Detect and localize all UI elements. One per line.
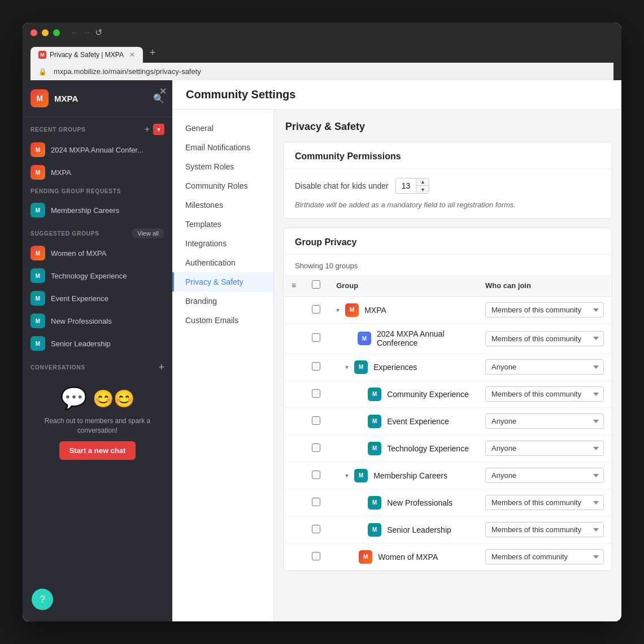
minimize-window-button[interactable] <box>42 29 49 36</box>
view-all-button[interactable]: View all <box>132 228 164 238</box>
settings-nav-item-authentication[interactable]: Authentication <box>172 253 273 272</box>
table-row: ▾MExperiencesMembers of this communityAn… <box>284 354 612 381</box>
privacy-safety-heading: Privacy & Safety <box>274 110 621 133</box>
add-group-button[interactable]: + <box>145 124 150 134</box>
row-checkbox[interactable] <box>312 471 320 479</box>
row-tools <box>284 381 304 408</box>
group-icon: M <box>31 268 45 283</box>
add-conversation-button[interactable]: + <box>158 362 164 373</box>
group-avatar: M <box>354 469 368 482</box>
who-join-select[interactable]: Members of this communityAnyoneInvite on… <box>485 331 604 346</box>
row-checkbox-cell <box>304 543 328 571</box>
group-name: MXPA <box>364 306 386 315</box>
collapse-button[interactable]: ▼ <box>153 124 164 135</box>
tools-icon[interactable]: ≡ <box>291 281 296 290</box>
tab-close-button[interactable]: ✕ <box>129 51 135 59</box>
address-bar: 🔒 mxpa.mobilize.io/main/settings/privacy… <box>31 63 613 80</box>
group-icon: M <box>31 203 45 217</box>
settings-nav-item-integrations[interactable]: Integrations <box>172 234 273 253</box>
who-join-select[interactable]: Members of this communityAnyoneInvite on… <box>485 359 604 375</box>
row-tools <box>284 324 304 354</box>
row-checkbox[interactable] <box>312 498 320 506</box>
select-all-checkbox[interactable] <box>312 280 320 289</box>
recent-groups-header: RECENT GROUPS + ▼ <box>23 117 172 138</box>
settings-nav-item-custom-emails[interactable]: Custom Emails <box>172 311 273 330</box>
row-checkbox[interactable] <box>312 305 320 314</box>
group-avatar: M <box>358 332 371 345</box>
age-decrement-button[interactable]: ▼ <box>416 186 429 193</box>
forward-button[interactable]: → <box>82 28 92 37</box>
disable-chat-row: Disable chat for kids under 13 ▲ ▼ <box>295 178 601 194</box>
community-permissions-body: Disable chat for kids under 13 ▲ ▼ Birth… <box>284 169 612 218</box>
tab-bar: M Privacy & Safety | MXPA ✕ + <box>31 43 613 63</box>
maximize-window-button[interactable] <box>53 29 60 36</box>
settings-nav-item-milestones[interactable]: Milestones <box>172 195 273 215</box>
row-group-cell: MWomen of MXPA <box>328 543 477 571</box>
page-title: Community Settings <box>186 88 608 101</box>
settings-nav-item-privacy-safety[interactable]: Privacy & Safety <box>172 272 273 291</box>
row-group-cell: MEvent Experience <box>328 408 477 435</box>
sidebar-close-button[interactable]: ✕ <box>159 86 167 97</box>
row-checkbox[interactable] <box>312 552 320 560</box>
row-checkbox[interactable] <box>312 389 320 398</box>
group-name: Technology Experience <box>51 272 127 280</box>
list-item[interactable]: M Senior Leadership <box>23 332 172 355</box>
settings-nav-item-general[interactable]: General <box>172 119 273 138</box>
settings-nav-item-templates[interactable]: Templates <box>172 215 273 234</box>
settings-nav-item-email-notifications[interactable]: Email Notifications <box>172 138 273 157</box>
url-display[interactable]: mxpa.mobilize.io/main/settings/privacy-s… <box>54 67 201 76</box>
back-button[interactable]: ← <box>70 28 79 37</box>
close-window-button[interactable] <box>31 29 37 36</box>
who-join-select[interactable]: Members of this communityAnyoneInvite on… <box>485 522 604 537</box>
table-row: ▾MMXPAMembers of this communityAnyoneInv… <box>284 297 612 324</box>
chat-bubbles-icon: 💬 <box>60 386 87 411</box>
chevron-down-icon[interactable]: ▾ <box>345 363 349 371</box>
row-checkbox[interactable] <box>312 525 320 533</box>
row-tools <box>284 408 304 435</box>
row-who-join-cell: Members of this communityAnyoneInvite on… <box>477 381 612 408</box>
privacy-safety-title: Privacy & Safety <box>285 121 610 133</box>
row-who-join-cell: Members of this communityAnyoneInvite on… <box>477 516 612 543</box>
settings-nav-item-branding[interactable]: Branding <box>172 291 273 311</box>
help-button[interactable]: ? <box>32 589 53 610</box>
chevron-down-icon[interactable]: ▾ <box>345 472 349 480</box>
sidebar-header: M MXPA 🔍 <box>23 80 172 117</box>
who-join-select[interactable]: Members of this communityAnyoneInvite on… <box>485 414 604 429</box>
group-avatar: M <box>368 442 381 455</box>
refresh-button[interactable]: ↺ <box>95 28 102 37</box>
age-increment-button[interactable]: ▲ <box>416 179 429 186</box>
who-join-select[interactable]: Members of this communityAnyoneInvite on… <box>485 549 604 564</box>
row-checkbox[interactable] <box>312 333 320 342</box>
settings-nav-item-system-roles[interactable]: System Roles <box>172 157 273 176</box>
settings-nav-item-community-roles[interactable]: Community Roles <box>172 176 273 195</box>
chat-prompt-text: Reach out to members and spark a convers… <box>31 416 164 436</box>
list-item[interactable]: M MXPA <box>23 161 172 184</box>
list-item[interactable]: M New Professionals <box>23 310 172 332</box>
row-checkbox[interactable] <box>312 362 320 371</box>
list-item[interactable]: M Technology Experience <box>23 264 172 287</box>
row-group-cell: ▾MMXPA <box>328 297 477 324</box>
row-group-cell: M2024 MXPA Annual Conference <box>328 324 477 354</box>
who-join-select[interactable]: Members of this communityAnyoneInvite on… <box>485 386 604 402</box>
new-tab-button[interactable]: + <box>144 43 162 63</box>
active-tab[interactable]: M Privacy & Safety | MXPA ✕ <box>31 47 143 63</box>
chevron-down-icon[interactable]: ▾ <box>336 306 340 314</box>
list-item[interactable]: M Membership Careers <box>23 199 172 221</box>
pending-groups-label: PENDING GROUP REQUESTS <box>31 188 164 194</box>
row-checkbox[interactable] <box>312 416 320 425</box>
row-checkbox-cell <box>304 435 328 462</box>
age-value: 13 <box>396 179 417 193</box>
group-name: Event Experience <box>387 417 449 426</box>
row-checkbox[interactable] <box>312 443 320 452</box>
who-join-select[interactable]: Members of this communityAnyoneInvite on… <box>485 302 604 317</box>
start-chat-button[interactable]: Start a new chat <box>59 441 136 460</box>
who-join-select[interactable]: Members of this communityAnyoneInvite on… <box>485 441 604 456</box>
group-name: Event Experience <box>51 294 108 303</box>
chat-faces-icon: 😊😊 <box>93 389 134 408</box>
list-item[interactable]: M 2024 MXPA Annual Confer... <box>23 138 172 161</box>
list-item[interactable]: M Event Experience <box>23 287 172 310</box>
who-join-select[interactable]: Members of this communityAnyoneInvite on… <box>485 495 604 510</box>
who-join-select[interactable]: Members of this communityAnyoneInvite on… <box>485 468 604 483</box>
row-checkbox-cell <box>304 516 328 543</box>
list-item[interactable]: M Women of MXPA <box>23 242 172 264</box>
